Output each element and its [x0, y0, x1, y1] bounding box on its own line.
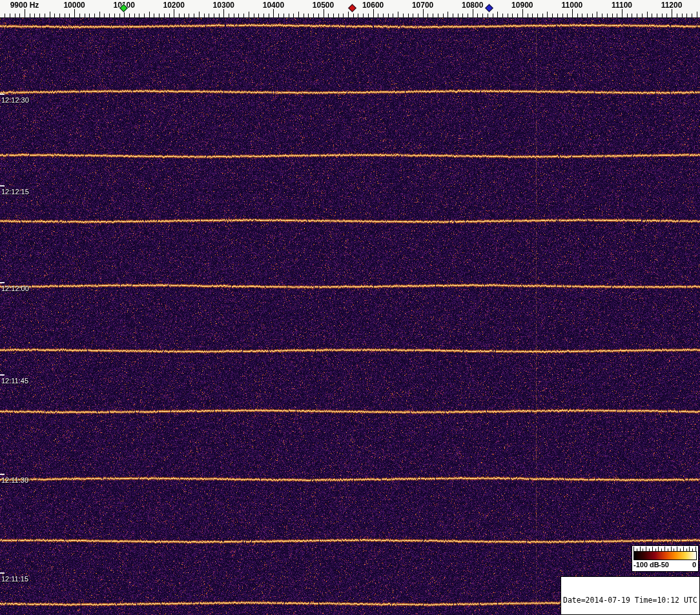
freq-tick	[293, 14, 294, 17]
info-line-date: Date=2014-07-19 Time=10:12 UTC	[563, 596, 697, 605]
freq-tick	[692, 14, 692, 17]
freq-tick	[109, 14, 110, 17]
freq-tick	[19, 14, 20, 17]
freq-tick	[263, 14, 264, 17]
freq-tick	[547, 12, 548, 17]
freq-tick	[89, 14, 90, 17]
freq-tick	[324, 9, 324, 17]
freq-tick	[164, 14, 165, 17]
freq-tick	[328, 14, 329, 17]
info-box: Date=2014-07-19 Time=10:12 UTC Freq=143 …	[561, 576, 700, 615]
freq-tick	[517, 14, 518, 17]
freq-tick	[333, 14, 334, 17]
freq-tick	[368, 14, 369, 17]
freq-tick	[10, 14, 10, 17]
freq-tick	[85, 14, 85, 17]
freq-tick-label: 9900 Hz	[10, 1, 39, 10]
freq-tick-label: 10700	[412, 1, 433, 10]
freq-tick	[587, 14, 588, 17]
freq-tick	[582, 14, 582, 17]
freq-tick	[69, 14, 70, 17]
freq-tick	[672, 9, 672, 17]
freq-tick	[408, 14, 409, 17]
freq-tick	[577, 14, 578, 17]
freq-tick	[497, 12, 498, 17]
freq-tick	[99, 12, 100, 17]
colorbar-tick	[674, 549, 674, 551]
frequency-ruler[interactable]: 9900 Hz100001010010200103001040010500106…	[0, 0, 700, 18]
freq-marker-red-diamond-icon[interactable]	[348, 4, 356, 12]
freq-tick	[666, 14, 667, 17]
freq-marker-blue-diamond-icon[interactable]	[485, 4, 493, 12]
freq-tick	[682, 14, 683, 17]
freq-tick-label: 10500	[313, 1, 334, 10]
freq-tick	[209, 14, 209, 17]
freq-tick	[637, 14, 637, 17]
freq-tick	[403, 14, 404, 17]
freq-tick	[448, 12, 448, 17]
freq-tick	[388, 14, 389, 17]
freq-tick	[462, 14, 463, 17]
freq-tick	[254, 14, 254, 17]
freq-tick	[15, 14, 15, 17]
freq-tick	[313, 14, 314, 17]
colorbar-tick	[671, 547, 672, 551]
freq-tick	[54, 14, 55, 17]
colorbar-label-min: -100 dB	[633, 561, 659, 569]
waterfall-spectrogram[interactable]	[0, 18, 700, 615]
freq-tick	[114, 14, 115, 17]
freq-tick	[189, 14, 189, 17]
freq-tick	[592, 14, 593, 17]
freq-tick	[139, 14, 139, 17]
freq-tick-label: 10400	[263, 1, 284, 10]
freq-tick	[686, 14, 687, 17]
freq-tick	[149, 12, 150, 17]
freq-tick	[45, 14, 45, 17]
freq-tick	[234, 14, 234, 17]
freq-tick	[627, 14, 628, 17]
colorbar-tick	[637, 549, 637, 551]
freq-tick	[393, 14, 393, 17]
freq-tick	[477, 14, 478, 17]
freq-tick-label: 10800	[462, 1, 483, 10]
colorbar-tick	[646, 547, 646, 551]
freq-tick	[383, 14, 384, 17]
freq-tick	[622, 9, 623, 17]
freq-tick-label: 10200	[163, 1, 185, 10]
freq-tick	[79, 14, 80, 17]
freq-tick	[338, 14, 339, 17]
freq-tick	[34, 14, 35, 17]
freq-tick	[184, 14, 185, 17]
freq-tick	[104, 14, 105, 17]
freq-tick	[607, 14, 608, 17]
freq-tick	[39, 14, 40, 17]
freq-tick	[169, 14, 170, 17]
colorbar-labels: -100 dB -50 0	[633, 560, 697, 569]
freq-tick	[433, 14, 433, 17]
freq-tick	[273, 9, 274, 17]
freq-tick	[552, 14, 553, 17]
colorbar-tick	[649, 549, 650, 551]
freq-tick	[602, 14, 602, 17]
freq-tick	[642, 14, 643, 17]
freq-tick	[557, 14, 558, 17]
freq-tick	[154, 14, 154, 17]
freq-tick	[458, 14, 458, 17]
freq-tick	[488, 14, 488, 17]
freq-tick	[74, 9, 75, 17]
freq-tick	[502, 14, 503, 17]
colorbar-tick	[668, 549, 668, 551]
freq-tick	[482, 14, 483, 17]
freq-tick	[318, 14, 319, 17]
freq-tick	[657, 14, 657, 17]
freq-tick	[528, 14, 528, 17]
freq-tick	[597, 12, 597, 17]
freq-tick	[223, 9, 224, 17]
freq-tick	[427, 14, 428, 17]
freq-tick	[174, 9, 174, 17]
freq-tick	[572, 9, 573, 17]
colorbar-tick	[695, 547, 696, 551]
freq-tick	[50, 12, 50, 17]
spectrogram-display: 9900 Hz100001010010200103001040010500106…	[0, 0, 700, 615]
freq-tick	[94, 14, 95, 17]
